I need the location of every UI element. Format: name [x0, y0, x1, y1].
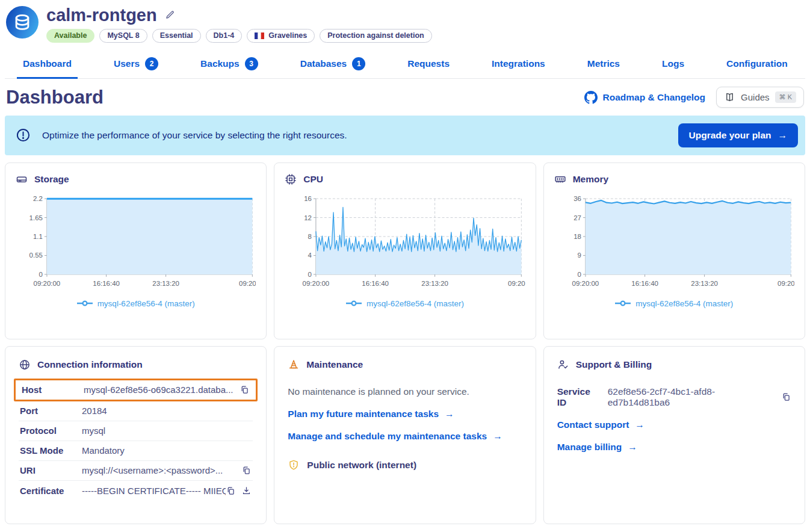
svg-text:0: 0	[39, 271, 43, 278]
globe-icon	[19, 359, 31, 371]
alert-circle-icon	[16, 128, 31, 143]
network-access-label: Public network (internet)	[307, 460, 416, 471]
svg-text:27: 27	[573, 214, 581, 221]
tab-users[interactable]: Users2	[108, 52, 164, 79]
connection-row-protocol: Protocol mysql	[19, 421, 253, 441]
arrow-right-icon: →	[493, 431, 502, 442]
download-icon[interactable]	[241, 486, 252, 496]
cpu-chart: 048121609:20:0016:16:4023:13:2009:20:00	[285, 194, 525, 297]
copy-icon[interactable]	[241, 465, 252, 475]
shield-alert-icon	[288, 459, 300, 471]
maintenance-card: Maintenance No maintenance is planned on…	[274, 346, 536, 524]
svg-text:23:13:20: 23:13:20	[152, 280, 179, 287]
user-check-icon	[557, 359, 569, 371]
memory-card: Memory 0918273609:20:0016:16:4023:13:200…	[543, 162, 805, 339]
manage-maintenance-link[interactable]: Manage and schedule my maintenance tasks…	[288, 431, 522, 442]
storage-card-title: Storage	[34, 174, 69, 185]
github-icon	[584, 91, 598, 104]
legend-marker-icon	[77, 300, 93, 306]
svg-text:2.2: 2.2	[33, 195, 43, 202]
guides-button[interactable]: Guides ⌘ K	[716, 87, 804, 108]
memory-chart: 0918273609:20:0016:16:4023:13:2009:20:00	[554, 194, 794, 297]
traffic-cone-icon	[288, 359, 300, 371]
svg-text:16:16:40: 16:16:40	[631, 280, 658, 287]
svg-text:16: 16	[304, 195, 312, 202]
copy-icon[interactable]	[781, 392, 791, 402]
svg-text:12: 12	[304, 214, 312, 221]
upgrade-banner: Optimize the performance of your service…	[5, 116, 805, 155]
status-badge-available: Available	[46, 29, 94, 43]
backups-count-badge: 3	[245, 57, 258, 70]
status-badges: Available MySQL 8 Essential Db1-4 Gravel…	[46, 29, 432, 43]
cpu-legend[interactable]: mysql-62ef8e56-4 (master)	[285, 299, 525, 308]
connection-row-uri: URI mysql://<username>:<password>...	[19, 461, 253, 481]
connection-info-card: Connection information Host mysql-62ef8e…	[5, 346, 267, 524]
tab-integrations[interactable]: Integrations	[486, 52, 551, 79]
tab-databases[interactable]: Databases1	[294, 52, 372, 79]
badge-deletion-protection: Protection against deletion	[320, 29, 431, 43]
svg-text:8: 8	[308, 233, 312, 240]
cpu-card-title: CPU	[303, 174, 323, 185]
svg-text:1.1: 1.1	[33, 233, 43, 240]
storage-chart: 00.551.11.652.209:20:0016:16:4023:13:200…	[16, 194, 256, 297]
storage-card: Storage 00.551.11.652.209:20:0016:16:402…	[5, 162, 267, 339]
tab-configuration[interactable]: Configuration	[720, 52, 794, 79]
tab-metrics[interactable]: Metrics	[581, 52, 626, 79]
roadmap-changelog-link[interactable]: Roadmap & Changelog	[584, 91, 706, 104]
svg-text:9: 9	[577, 252, 581, 259]
plan-maintenance-link[interactable]: Plan my future maintenance tasks →	[288, 409, 522, 419]
memory-legend[interactable]: mysql-62ef8e56-4 (master)	[554, 299, 794, 308]
memory-ram-icon	[554, 173, 566, 185]
users-count-badge: 2	[145, 57, 158, 70]
arrow-right-icon: →	[778, 130, 788, 141]
upgrade-plan-button[interactable]: Upgrade your plan →	[678, 123, 798, 147]
tab-requests[interactable]: Requests	[401, 52, 456, 79]
svg-text:0: 0	[577, 271, 581, 278]
badge-region: Gravelines	[247, 29, 315, 43]
svg-text:09:20:00: 09:20:00	[239, 280, 256, 287]
database-service-dashboard: calm-rontgen Available MySQL 8 Essential…	[0, 0, 810, 524]
legend-marker-icon	[346, 300, 362, 306]
svg-text:23:13:20: 23:13:20	[691, 280, 718, 287]
copy-icon[interactable]	[240, 385, 250, 395]
france-flag-icon	[255, 32, 264, 39]
copy-icon[interactable]	[226, 486, 236, 496]
tab-logs[interactable]: Logs	[656, 52, 690, 79]
database-icon	[11, 11, 33, 33]
edit-name-icon[interactable]	[164, 9, 176, 23]
svg-text:0.55: 0.55	[29, 252, 43, 259]
service-id-row: Service ID 62ef8e56-2cf7-4bc1-afd8-ed7b1…	[557, 386, 791, 408]
manage-billing-link[interactable]: Manage billing →	[557, 442, 791, 453]
connection-row-host: Host mysql-62ef8e56-o69ca3221.databa...	[14, 379, 258, 401]
svg-text:09:20:00: 09:20:00	[303, 280, 330, 287]
svg-text:09:20:00: 09:20:00	[508, 280, 525, 287]
cpu-chip-icon	[285, 173, 297, 185]
service-header: calm-rontgen Available MySQL 8 Essential…	[5, 5, 805, 43]
svg-text:09:20:00: 09:20:00	[778, 280, 794, 287]
support-billing-card: Support & Billing Service ID 62ef8e56-2c…	[543, 346, 805, 524]
hard-drive-icon	[16, 173, 28, 185]
badge-flavor: Db1-4	[206, 29, 243, 43]
storage-legend[interactable]: mysql-62ef8e56-4 (master)	[16, 299, 256, 308]
guides-shortcut-kbd: ⌘ K	[775, 91, 796, 103]
maintenance-message: No maintenance is planned on your servic…	[288, 386, 522, 397]
network-access-row: Public network (internet)	[288, 459, 522, 471]
svg-text:4: 4	[308, 252, 312, 259]
databases-count-badge: 1	[352, 57, 365, 70]
svg-text:18: 18	[573, 233, 581, 240]
support-card-title: Support & Billing	[576, 359, 652, 370]
cpu-card: CPU 048121609:20:0016:16:4023:13:2009:20…	[274, 162, 536, 339]
memory-card-title: Memory	[573, 174, 608, 185]
svg-text:09:20:00: 09:20:00	[34, 280, 61, 287]
tab-bar: Dashboard Users2 Backups3 Databases1 Req…	[5, 52, 805, 79]
svg-text:0: 0	[308, 271, 312, 278]
page-title: Dashboard	[6, 87, 104, 108]
tab-backups[interactable]: Backups3	[194, 52, 264, 79]
tab-dashboard[interactable]: Dashboard	[17, 52, 78, 79]
book-icon	[724, 91, 735, 103]
arrow-right-icon: →	[445, 409, 454, 419]
badge-plan: Essential	[152, 29, 201, 43]
contact-support-link[interactable]: Contact support →	[557, 419, 791, 430]
svg-text:09:20:00: 09:20:00	[572, 280, 599, 287]
maintenance-card-title: Maintenance	[306, 359, 363, 370]
